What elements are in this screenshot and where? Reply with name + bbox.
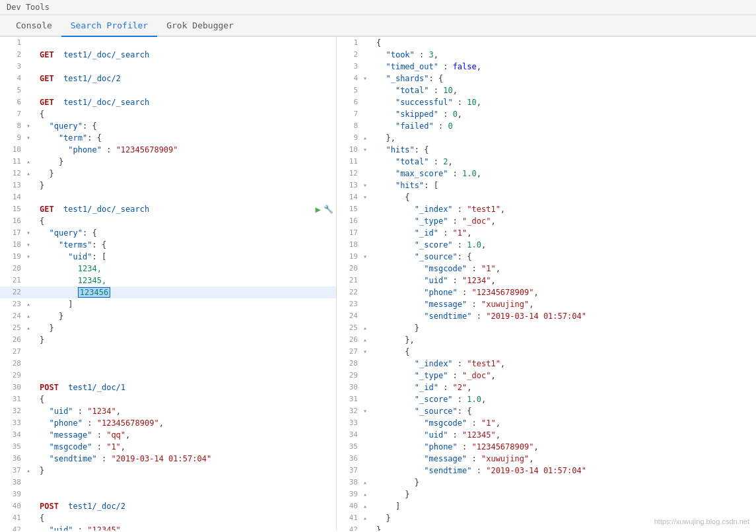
table-row: 28	[0, 358, 336, 370]
fold-toggle[interactable]: ▴	[26, 465, 37, 477]
table-row: 32 "uid" : "1234",	[0, 405, 336, 417]
watermark: https://xuwujing.blog.csdn.net	[654, 517, 749, 525]
fold-toggle[interactable]: ▾	[363, 346, 374, 358]
line-number: 15	[337, 203, 363, 215]
line-number: 40	[0, 500, 26, 512]
line-number: 20	[337, 263, 363, 275]
fold-toggle[interactable]: ▴	[363, 488, 374, 500]
line-content: "message" : "xuwujing",	[374, 298, 756, 310]
line-content: "phone" : "12345678909",	[37, 417, 336, 429]
line-content: GET test1/_doc/_search	[37, 203, 313, 215]
line-content: "msgcode" : "1",	[374, 263, 756, 275]
fold-toggle[interactable]: ▾	[26, 120, 37, 132]
table-row: 22 123456	[0, 286, 336, 298]
line-number: 5	[337, 84, 363, 96]
table-row: 38	[0, 477, 336, 488]
table-row: 14▾ {	[337, 191, 756, 203]
line-content: "sendtime" : "2019-03-14 01:57:04"	[374, 310, 756, 322]
line-content: "failed" : 0	[374, 120, 756, 132]
table-row: 19▾ "_source": {	[337, 251, 756, 263]
fold-toggle[interactable]: ▾	[363, 180, 374, 191]
line-content: "hits": [	[374, 180, 756, 191]
line-number: 11	[0, 156, 26, 168]
table-row: 21 "uid" : "1234",	[337, 275, 756, 286]
line-number: 6	[0, 96, 26, 108]
line-number: 9	[337, 132, 363, 144]
line-content: {	[374, 191, 756, 203]
table-row: 17▾ "query": {	[0, 227, 336, 239]
table-row: 31 "_score" : 1.0,	[337, 393, 756, 405]
line-number: 34	[0, 429, 26, 441]
wrench-button[interactable]: 🔧	[324, 203, 333, 215]
fold-toggle[interactable]: ▾	[363, 251, 374, 263]
fold-toggle[interactable]: ▾	[363, 191, 374, 203]
fold-toggle[interactable]: ▾	[363, 73, 374, 84]
line-number: 17	[0, 227, 26, 239]
fold-toggle[interactable]: ▾	[26, 251, 37, 263]
line-content: GET test1/_doc/_search	[37, 49, 336, 61]
table-row: 26}	[0, 334, 336, 346]
left-panel[interactable]: 12GET test1/_doc/_search34GET test1/_doc…	[0, 37, 337, 531]
table-row: 24▴ }	[0, 310, 336, 322]
fold-toggle[interactable]: ▾	[26, 227, 37, 239]
line-number: 14	[337, 191, 363, 203]
table-row: 12▴ }	[0, 168, 336, 180]
line-number: 8	[337, 120, 363, 132]
line-content: }	[37, 310, 336, 322]
fold-toggle[interactable]: ▴	[363, 322, 374, 334]
line-number: 24	[337, 310, 363, 322]
fold-toggle[interactable]: ▾	[363, 144, 374, 156]
line-content: "message" : "qq",	[37, 429, 336, 441]
table-row: 34 "message" : "qq",	[0, 429, 336, 441]
tab-console[interactable]: Console	[7, 15, 61, 37]
line-number: 30	[0, 382, 26, 393]
table-row: 39	[0, 488, 336, 500]
table-row: 10 "phone" : "12345678909"	[0, 144, 336, 156]
line-content: "_score" : 1.0,	[374, 393, 756, 405]
fold-toggle[interactable]: ▴	[26, 322, 37, 334]
line-content: "msgcode" : "1",	[37, 441, 336, 453]
line-number: 6	[337, 96, 363, 108]
tab-grok-debugger[interactable]: Grok Debugger	[157, 15, 243, 37]
line-content: }	[37, 465, 336, 477]
run-button[interactable]: ▶	[316, 203, 321, 215]
fold-toggle[interactable]: ▾	[26, 132, 37, 144]
fold-toggle[interactable]: ▴	[363, 132, 374, 144]
line-content: "_index" : "test1",	[374, 203, 756, 215]
tab-search-profiler[interactable]: Search Profiler	[61, 15, 157, 37]
line-content: "_source": {	[374, 251, 756, 263]
table-row: 12 "max_score" : 1.0,	[337, 168, 756, 180]
table-row: 20 "msgcode" : "1",	[337, 263, 756, 275]
line-content: "successful" : 10,	[374, 96, 756, 108]
table-row: 1{	[337, 37, 756, 49]
line-number: 9	[0, 132, 26, 144]
fold-toggle[interactable]: ▾	[26, 239, 37, 251]
fold-toggle[interactable]: ▴	[363, 512, 374, 524]
fold-toggle[interactable]: ▴	[363, 334, 374, 346]
fold-toggle[interactable]: ▴	[363, 477, 374, 488]
table-row: 2GET test1/_doc/_search	[0, 49, 336, 61]
fold-toggle[interactable]: ▴	[26, 310, 37, 322]
table-row: 7 "skipped" : 0,	[337, 108, 756, 120]
fold-toggle[interactable]: ▴	[26, 298, 37, 310]
table-row: 8 "failed" : 0	[337, 120, 756, 132]
line-number: 8	[0, 120, 26, 132]
fold-toggle[interactable]: ▴	[26, 168, 37, 180]
main-content: 12GET test1/_doc/_search34GET test1/_doc…	[0, 37, 756, 531]
line-content: {	[37, 393, 336, 405]
line-number: 28	[0, 358, 26, 370]
line-number: 23	[337, 298, 363, 310]
line-number: 42	[337, 524, 363, 531]
line-content: "message" : "xuwujing",	[374, 453, 756, 465]
fold-toggle[interactable]: ▾	[363, 405, 374, 417]
line-number: 22	[0, 286, 26, 298]
fold-toggle[interactable]: ▴	[26, 156, 37, 168]
line-content: GET test1/_doc/2	[37, 73, 336, 84]
table-row: 25▴ }	[0, 322, 336, 334]
right-panel[interactable]: 1{2 "took" : 3,3 "timed_out" : false,4▾ …	[337, 37, 756, 531]
fold-toggle[interactable]: ▴	[363, 500, 374, 512]
line-content: 12345,	[37, 275, 336, 286]
line-number: 2	[0, 49, 26, 61]
line-number: 30	[337, 382, 363, 393]
table-row: 17 "_id" : "1",	[337, 227, 756, 239]
